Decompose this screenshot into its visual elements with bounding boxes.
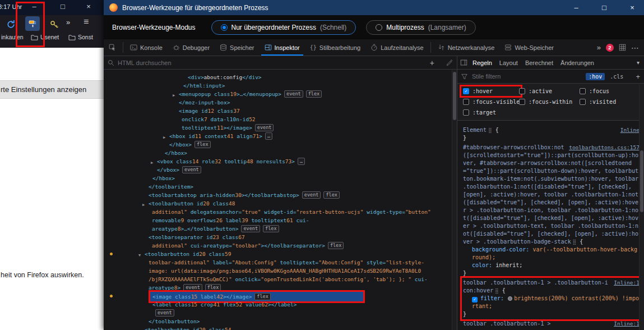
style-filter-input[interactable]: Stile filtern [472, 73, 582, 80]
mode-option-multiprocess[interactable]: Multiprozess (Langsamer) [366, 20, 475, 35]
markup-line[interactable]: </toolbaritem> [104, 182, 457, 191]
add-rule-button[interactable]: + [636, 72, 640, 81]
pseudo-target[interactable]: :target [463, 109, 519, 116]
badge-event[interactable]: event [302, 191, 321, 199]
tab-netzwerkanalyse[interactable]: Netzwerkanalyse [433, 39, 500, 56]
more-tabs-chevron-icon[interactable]: » [597, 43, 601, 52]
property-name[interactable]: background-color: [472, 246, 532, 253]
css-declaration[interactable]: color: inherit; [463, 262, 640, 269]
badge-flex[interactable]: flex [306, 90, 322, 98]
markup-line[interactable]: image: url(data:image/png;base64,iVBORw0… [104, 267, 457, 275]
badge-flex[interactable]: flex [323, 191, 339, 199]
markup-line[interactable]: </hbox> [104, 174, 457, 182]
frames-grid-icon[interactable] [619, 44, 626, 51]
markup-line[interactable]: areatype8>eventflex [104, 283, 457, 292]
badge-flex[interactable]: flex [205, 284, 221, 291]
badge-flex[interactable]: flex [254, 293, 270, 300]
markup-line[interactable]: <toolbarseparator id23 class67 [104, 233, 457, 241]
error-count-badge[interactable]: 2 [606, 44, 614, 52]
css-declaration[interactable]: background-color: var(--toolbarbutton-ho… [463, 246, 640, 262]
badge-event[interactable]: event [183, 284, 202, 291]
property-name[interactable]: color: [472, 262, 495, 268]
markup-line[interactable]: ▶<hbox id11 context41 align71>… [104, 132, 457, 140]
highlighter-toggle-icon[interactable]: ⣿ [488, 127, 492, 133]
tab-aenderungen[interactable]: Änderungen [557, 58, 597, 68]
bookmark-folder-sonst[interactable]: Sonst [68, 34, 93, 40]
markup-line[interactable]: </hbox> [104, 149, 457, 157]
close-icon[interactable]: × [82, 2, 95, 11]
pseudo-class-toggle-button[interactable]: :hov [586, 73, 605, 80]
class-toggle-button[interactable]: .cls [608, 73, 625, 80]
rule-source-link[interactable]: Inline [620, 126, 640, 134]
scrollbar-thumb[interactable] [640, 150, 643, 212]
badge-event[interactable]: event [155, 309, 174, 317]
badge-event[interactable]: event [241, 225, 260, 232]
checkbox-unchecked-icon[interactable] [580, 99, 586, 105]
markup-line[interactable]: </html:input> [104, 81, 457, 90]
markup-line[interactable]: areatype8>…</toolbarbutton>eventflex [104, 224, 457, 233]
tab-regeln[interactable]: Regeln [469, 58, 495, 68]
property-value[interactable]: inherit; [495, 262, 522, 268]
markup-line[interactable]: <toolbartabstop aria-hidden30></toolbart… [104, 191, 457, 199]
add-node-button[interactable]: + [430, 58, 434, 67]
declaration-checkbox[interactable]: ✓ [472, 297, 478, 302]
expand-arrow-icon[interactable]: ▶ [138, 327, 141, 330]
overflow-chevron-icon[interactable]: » [66, 18, 70, 26]
tab-laufzeitanalyse[interactable]: Laufzeitanalyse [365, 39, 428, 56]
eyedropper-icon[interactable] [446, 59, 453, 66]
pseudo-visited[interactable]: :visited [580, 99, 638, 105]
markup-line[interactable]: <label class15 crop41 flex52 value62></l… [104, 300, 457, 309]
checkbox-checked-icon[interactable]: ✓ [463, 88, 469, 94]
markup-line[interactable]: toolbar-additional" label="About:Config"… [104, 258, 457, 267]
markup-line[interactable]: removable9 overflows26 label39 tooltipte… [104, 216, 457, 224]
markup-line[interactable]: </hbox>flex [104, 140, 457, 149]
rule-source-link[interactable]: Inline:1 [614, 320, 640, 328]
badge-event[interactable]: event [255, 124, 274, 131]
restart-button[interactable] [3, 17, 18, 31]
checkbox-unchecked-icon[interactable] [463, 109, 469, 116]
markup-line[interactable]: event [104, 309, 457, 317]
tab-speicher[interactable]: Speicher [215, 39, 259, 56]
highlighter-toggle-icon[interactable]: ⣿ [495, 288, 499, 294]
minimize-icon[interactable]: – [564, 0, 588, 15]
markup-line[interactable]: ▼<toolbarbutton id20 class59 [104, 250, 457, 258]
rules-scrollbar[interactable] [639, 84, 644, 330]
badge-event[interactable]: event [284, 90, 303, 98]
css-declaration[interactable]: ✓filter: brightness(200%) contrast(200%)… [463, 295, 640, 310]
filter-swatch-icon[interactable] [508, 296, 512, 301]
overflow-pill[interactable]: … [298, 158, 305, 165]
markup-line[interactable]: ▶<toolbarbutton id20 class54 [104, 326, 457, 330]
close-icon[interactable]: × [620, 0, 644, 15]
tab-debugger[interactable]: Debugger [168, 39, 215, 56]
badge-event[interactable]: event [182, 166, 201, 173]
tab-web-speicher[interactable]: Web-Speicher [499, 39, 559, 56]
bookmark-folder-usenet[interactable]: Usenet [31, 34, 59, 40]
password-key-icon[interactable] [47, 17, 62, 32]
tab-berechnet[interactable]: Berechnet [522, 58, 557, 68]
rule-source-link[interactable]: Inline:1 [614, 279, 640, 287]
aboutconfig-toolbar-button[interactable] [25, 16, 40, 31]
markup-line[interactable]: ▶<menupopup class19>…</menupopup>eventfl… [104, 90, 457, 98]
badge-flex[interactable]: flex [263, 225, 279, 232]
markup-line[interactable]: additional" delegatesanchor="true" widge… [104, 208, 457, 216]
maximize-icon[interactable]: □ [592, 0, 616, 15]
markup-line[interactable]: onclick7 data-l10n-id52 [104, 115, 457, 123]
tab-stilbearbeitung[interactable]: {}Stilbearbeitung [305, 39, 365, 56]
markup-scrollbar[interactable] [452, 70, 457, 330]
checkbox-unchecked-icon[interactable] [580, 88, 586, 94]
checkbox-unchecked-icon[interactable] [519, 88, 525, 94]
pseudo-hover[interactable]: ✓:hover [463, 88, 519, 94]
hamburger-menu-icon[interactable]: ≡ [84, 17, 89, 27]
mode-option-parent-process[interactable]: Nur übergeordneter Prozess (Schnell) [211, 20, 356, 35]
chevron-down-icon[interactable]: ▾ [637, 59, 641, 66]
checkbox-unchecked-icon[interactable] [519, 99, 525, 105]
markup-line[interactable]: additional" cui-areatype="toolbar"></too… [104, 241, 457, 250]
badge-flex[interactable]: flex [194, 141, 210, 148]
markup-search-input[interactable]: HTML durchsuchen [118, 59, 427, 66]
badge-flex[interactable]: flex [328, 242, 344, 249]
bookmark-folder-einkaufen[interactable]: inkaufen [1, 34, 24, 40]
markup-line[interactable]: ▶<vbox class14 role32 tooltip48 noresult… [104, 157, 457, 166]
markup-line[interactable]: <image id12 class37 [104, 107, 457, 115]
meatball-menu-icon[interactable]: ⋯ [631, 43, 639, 52]
markup-line[interactable]: <image class15 label42></image>flex [104, 292, 457, 300]
